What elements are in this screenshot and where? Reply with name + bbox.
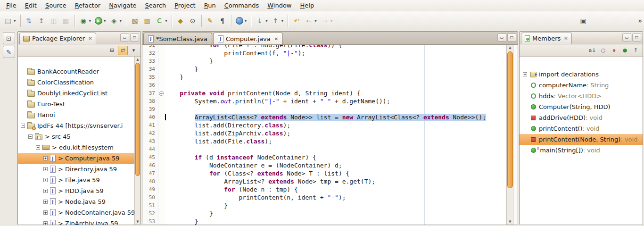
menu-project[interactable]: Project bbox=[170, 1, 200, 10]
package-explorer-tab[interactable]: Package Explorer ✕ bbox=[19, 33, 96, 44]
editor-scrollbar[interactable]: ▲ ▼ bbox=[506, 45, 513, 225]
menu-navigate[interactable]: Navigate bbox=[105, 1, 140, 10]
tree-item-hdd-java-59[interactable]: +J> HDD.java 59 bbox=[18, 185, 140, 196]
dropdown-arrow-icon[interactable]: ▾ bbox=[89, 18, 91, 23]
scrollbar-thumb[interactable] bbox=[507, 51, 513, 188]
dropdown-arrow-icon[interactable]: ▾ bbox=[265, 18, 268, 23]
members-tab[interactable]: Members ✕ bbox=[521, 33, 572, 44]
code-line-53[interactable]: 53 } bbox=[142, 218, 506, 225]
close-view-icon[interactable]: ✕ bbox=[564, 36, 568, 41]
external-tools-button[interactable]: ◈▾ bbox=[108, 14, 124, 28]
code-line-46[interactable]: 46 NodeContainer e = (NodeContainer) d; bbox=[142, 161, 506, 169]
editor-tab-someclass-java[interactable]: J*SomeClass.java bbox=[143, 33, 212, 44]
collapse-icon[interactable]: − bbox=[21, 124, 25, 128]
tree-item-euro-test[interactable]: Euro-Test bbox=[18, 99, 140, 109]
tree-item-nodecontainer-java-59[interactable]: +J> NodeContainer.java 59 bbox=[18, 207, 140, 218]
overview-ruler[interactable] bbox=[513, 45, 518, 225]
expand-icon[interactable]: + bbox=[43, 167, 48, 171]
expand-icon[interactable]: + bbox=[43, 200, 48, 204]
member-printcontent[interactable]: printContent() : void bbox=[520, 123, 643, 134]
code-line-39[interactable]: 39 bbox=[142, 105, 506, 113]
scroll-up-icon[interactable]: ▲ bbox=[135, 58, 140, 61]
restore-view-button[interactable]: ⊡ bbox=[3, 32, 15, 44]
close-tab-icon[interactable]: ✕ bbox=[274, 36, 278, 42]
code-line-36[interactable]: 36 bbox=[142, 81, 506, 89]
close-view-icon[interactable]: ✕ bbox=[88, 36, 92, 41]
member-computername[interactable]: computerName : String bbox=[520, 80, 643, 91]
hide-static-members-button[interactable]: s bbox=[609, 46, 619, 55]
code-area[interactable]: 31 for (File f : hdd.get(File.class)) {3… bbox=[142, 45, 506, 225]
save-button[interactable]: ◫ bbox=[48, 14, 60, 28]
commit-button[interactable]: ↥ bbox=[35, 14, 48, 28]
dropdown-arrow-icon[interactable]: ▾ bbox=[165, 18, 167, 23]
minimize-view-button[interactable]: ▭ bbox=[622, 33, 631, 42]
view-menu-button[interactable]: ▾ bbox=[129, 46, 139, 55]
show-whitespace-button[interactable]: ¶ bbox=[216, 14, 229, 28]
menu-window[interactable]: Window bbox=[263, 1, 296, 10]
code-line-31[interactable]: 31 for (File f : hdd.get(File.class)) { bbox=[142, 45, 506, 49]
tree-item-hanoi[interactable]: Hanoi bbox=[18, 109, 140, 120]
scroll-up-icon[interactable]: ▲ bbox=[507, 46, 513, 50]
collapse-icon[interactable]: − bbox=[28, 134, 33, 139]
code-line-44[interactable]: 44 bbox=[142, 145, 506, 153]
maximize-view-button[interactable]: □ bbox=[632, 33, 641, 42]
back-button[interactable]: ←▾ bbox=[303, 14, 319, 28]
pin-editor-button[interactable]: ▣ bbox=[577, 14, 589, 28]
member-adddrive-hdd[interactable]: addDrive(HDD) : void bbox=[520, 112, 643, 123]
hide-fields-button[interactable]: ○ bbox=[598, 46, 608, 55]
code-line-42[interactable]: 42 list.add(ZipArchiv.class); bbox=[142, 129, 506, 137]
new-package-button[interactable]: ▥ bbox=[141, 14, 153, 28]
run-button[interactable]: ▶▾ bbox=[93, 14, 108, 28]
member-computer-string-hdd[interactable]: Computer(String, HDD) bbox=[520, 101, 643, 112]
code-line-50[interactable]: 50 printContent(n, ident + "-"); bbox=[142, 193, 506, 201]
hide-non-public-members-button[interactable]: ● bbox=[620, 46, 630, 55]
tree-item-src-45[interactable]: −> src 45 bbox=[18, 131, 140, 142]
expand-icon[interactable]: + bbox=[43, 178, 48, 182]
member-import-declarations[interactable]: +import declarations bbox=[520, 69, 643, 80]
menu-source[interactable]: Source bbox=[41, 1, 71, 10]
code-line-41[interactable]: 41 list.add(Directory.class); bbox=[142, 121, 506, 129]
collapse-all-button[interactable]: ⊟ bbox=[107, 46, 117, 55]
editor-tab-computer-java[interactable]: JComputer.java✕ bbox=[213, 33, 283, 44]
toolbar-overflow-chevron[interactable]: » bbox=[638, 17, 642, 25]
code-line-38[interactable]: 38 System.out.println("|-" + ident + " "… bbox=[142, 97, 506, 105]
scroll-down-icon[interactable]: ▼ bbox=[135, 220, 140, 224]
print-button[interactable]: ▦ bbox=[60, 14, 72, 28]
code-line-34[interactable]: 34 } bbox=[142, 65, 506, 73]
tree-item-ipdfs-44-https-svnserver-i[interactable]: −IpdFs 44 [https://svnserver.i bbox=[18, 120, 140, 131]
minimize-view-button[interactable]: ▭ bbox=[120, 33, 129, 42]
expand-icon[interactable]: + bbox=[523, 72, 527, 76]
web-browser-button[interactable]: ▾ bbox=[234, 14, 249, 28]
collapse-icon[interactable]: − bbox=[36, 145, 40, 150]
new-java-project-button[interactable]: ▧ bbox=[129, 14, 141, 28]
expand-icon[interactable]: + bbox=[43, 210, 48, 215]
expand-icon[interactable]: + bbox=[43, 189, 48, 193]
menu-edit[interactable]: Edit bbox=[21, 1, 41, 10]
code-line-32[interactable]: 32 printContent(f, "|-"); bbox=[142, 49, 506, 57]
search-button[interactable]: ⊙ bbox=[187, 14, 199, 28]
menu-help[interactable]: Help bbox=[296, 1, 319, 10]
code-line-47[interactable]: 47 for (Class<? extends Node> T : list) … bbox=[142, 169, 506, 177]
code-line-51[interactable]: 51 } bbox=[142, 201, 506, 209]
editor[interactable]: 31 for (File f : hdd.get(File.class)) {3… bbox=[142, 45, 518, 225]
member-main-string[interactable]: smain(String[]) : void bbox=[520, 145, 643, 156]
minimized-view-button[interactable]: ✎ bbox=[3, 46, 15, 58]
maximize-editor-button[interactable]: □ bbox=[507, 33, 516, 42]
dropdown-arrow-icon[interactable]: ▾ bbox=[314, 18, 317, 23]
tree-item-bankaccountreader[interactable]: BankAccountReader bbox=[18, 66, 140, 77]
tree-item-directory-java-59[interactable]: +J> Directory.java 59 bbox=[18, 164, 140, 175]
member-printcontent-node-string[interactable]: printContent(Node, String) : void bbox=[520, 134, 643, 145]
expand-icon[interactable]: + bbox=[43, 156, 48, 160]
tree-item-ziparchiv-java-59[interactable]: +J> ZipArchiv.java 59 bbox=[18, 218, 140, 225]
forward-button[interactable]: →▾ bbox=[319, 14, 335, 28]
package-explorer-scrollbar[interactable]: ▲ ▼ bbox=[134, 57, 140, 225]
dropdown-arrow-icon[interactable]: ▾ bbox=[120, 18, 122, 23]
menu-commands[interactable]: Commands bbox=[220, 1, 264, 10]
code-line-45[interactable]: 45 if (d instanceof NodeContainer) { bbox=[142, 153, 506, 161]
menu-refactor[interactable]: Refactor bbox=[71, 1, 105, 10]
dropdown-arrow-icon[interactable]: ▾ bbox=[330, 18, 333, 23]
dropdown-arrow-icon[interactable]: ▾ bbox=[14, 18, 16, 23]
export-jar-button[interactable]: ◆ bbox=[174, 14, 187, 28]
code-line-40[interactable]: 40 ArrayList<Class<? extends Node>> list… bbox=[142, 113, 506, 121]
tree-item-file-java-59[interactable]: +J> File.java 59 bbox=[18, 175, 140, 185]
